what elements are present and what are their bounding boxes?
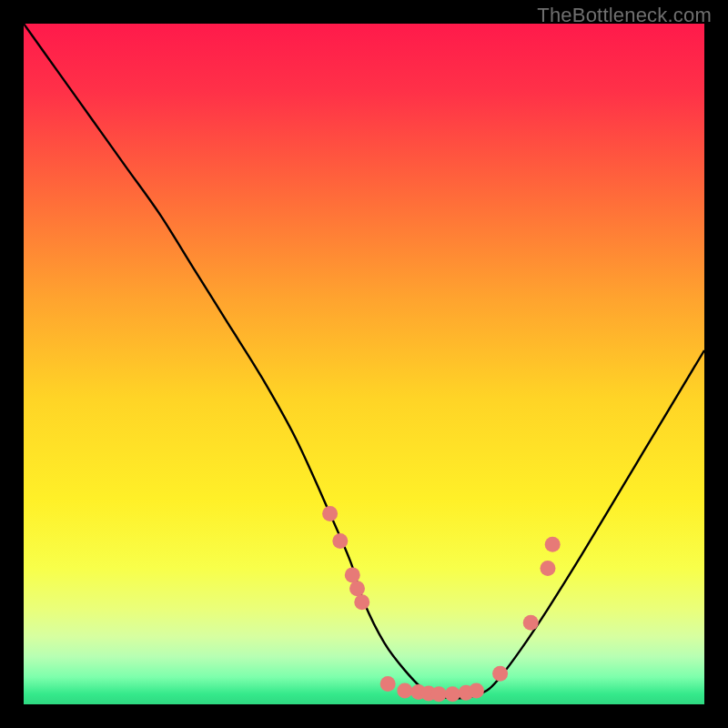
marker-dot (322, 506, 338, 521)
marker-dot (469, 683, 484, 699)
marker-dot (492, 666, 508, 682)
marker-dot (540, 561, 555, 576)
bottleneck-chart (24, 24, 704, 704)
marker-dot (431, 686, 447, 702)
marker-dot (332, 533, 348, 549)
marker-dot (349, 581, 365, 596)
marker-dot (445, 686, 460, 702)
marker-dot (345, 567, 360, 582)
marker-dot (354, 594, 369, 610)
marker-dot (380, 676, 396, 692)
marker-dot (523, 615, 539, 631)
marker-dot (397, 683, 412, 699)
watermark-text: TheBottleneck.com (537, 4, 712, 27)
marker-dot (545, 537, 561, 552)
